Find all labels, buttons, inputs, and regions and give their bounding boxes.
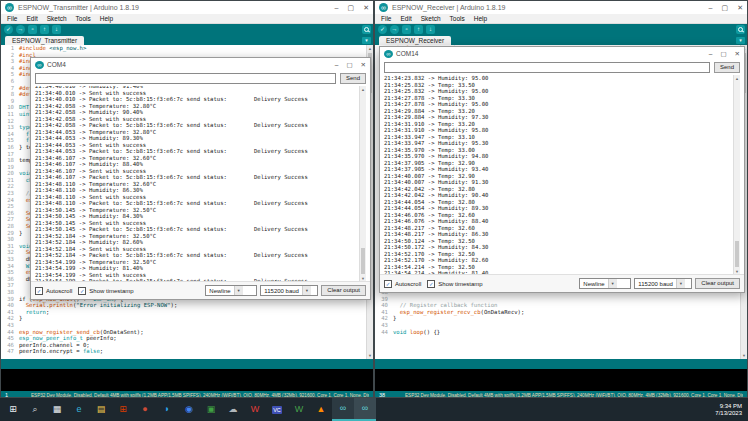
tab-menu-button[interactable]: ▾ bbox=[362, 37, 371, 44]
send-button[interactable]: Send bbox=[714, 62, 740, 73]
menu-item[interactable]: Help bbox=[100, 15, 113, 22]
autoscroll-checkbox[interactable]: ✓ bbox=[35, 287, 43, 295]
edge-icon[interactable]: e bbox=[68, 398, 90, 421]
chrome-icon[interactable]: ◉ bbox=[178, 398, 200, 421]
maximize-icon[interactable]: ▢ bbox=[720, 47, 726, 60]
line-number: 20 bbox=[1, 170, 14, 177]
close-icon[interactable]: ✕ bbox=[737, 1, 743, 14]
menu-item[interactable]: Tools bbox=[76, 15, 91, 22]
monitor-titlebar[interactable]: ∞ COM14 – ▢ ✕ bbox=[380, 47, 744, 60]
search-icon[interactable]: ⌕ bbox=[24, 398, 46, 421]
task-view-icon[interactable]: ▦ bbox=[46, 398, 68, 421]
file-explorer-icon[interactable]: ▤ bbox=[90, 398, 112, 421]
open-button[interactable]: ↑ bbox=[40, 25, 49, 34]
serial-input[interactable] bbox=[35, 73, 336, 84]
start-button[interactable]: ⊞ bbox=[2, 398, 24, 421]
app-w-red-icon[interactable]: W bbox=[244, 398, 266, 421]
timestamp-checkbox[interactable]: ✓ bbox=[78, 287, 86, 295]
line-ending-select[interactable]: Newline▾ bbox=[205, 285, 257, 296]
menu-item[interactable]: File bbox=[381, 15, 391, 22]
scroll-up-icon[interactable]: ▲ bbox=[360, 86, 366, 93]
tab-espnow-receiver[interactable]: ESPNOW_Receiver bbox=[379, 36, 451, 45]
verify-button[interactable]: ✓ bbox=[378, 25, 387, 34]
new-sketch-button[interactable]: ▫ bbox=[402, 25, 411, 34]
tab-espnow-transmitter[interactable]: ESPNOW_Transmitter bbox=[5, 36, 84, 45]
baud-rate-select[interactable]: 115200 baud▾ bbox=[634, 278, 692, 289]
menu-item[interactable]: Help bbox=[474, 15, 487, 22]
autoscroll-label: Autoscroll bbox=[46, 288, 72, 294]
arduino-receiver-icon[interactable]: ∞ bbox=[354, 398, 376, 421]
app-red-circle-icon[interactable]: ● bbox=[134, 398, 156, 421]
monitor-titlebar[interactable]: ∞ COM4 – ▢ ✕ bbox=[31, 58, 370, 71]
monitor-scrollbar[interactable]: ▲ ▼ bbox=[733, 75, 740, 275]
save-button[interactable]: ↓ bbox=[426, 25, 435, 34]
serial-output[interactable]: 21:34:40.010 -> Humidity: 91.40%21:34:40… bbox=[35, 86, 366, 282]
receiver-titlebar[interactable]: ∞ ESPNOW_Receiver | Arduino 1.8.19 – ▢ ✕ bbox=[375, 1, 747, 14]
send-button[interactable]: Send bbox=[340, 73, 366, 84]
cloud-app-icon[interactable]: ☁ bbox=[222, 398, 244, 421]
vscode-icon[interactable]: ◗ bbox=[156, 398, 178, 421]
upload-button[interactable]: → bbox=[390, 25, 399, 34]
line-number: 11 bbox=[1, 111, 14, 118]
upload-button[interactable]: → bbox=[16, 25, 25, 34]
arduino-transmitter-icon[interactable]: ∞ bbox=[332, 398, 354, 421]
scroll-up-icon[interactable]: ▲ bbox=[367, 45, 373, 52]
scroll-down-icon[interactable]: ▼ bbox=[367, 352, 373, 359]
line-number: 38 bbox=[1, 289, 14, 296]
close-icon[interactable]: ✕ bbox=[735, 47, 740, 60]
menu-item[interactable]: Edit bbox=[26, 15, 37, 22]
output-console bbox=[1, 369, 373, 391]
verify-button[interactable]: ✓ bbox=[4, 25, 13, 34]
maximize-icon[interactable]: ▢ bbox=[722, 1, 729, 14]
minimize-icon[interactable]: – bbox=[709, 47, 713, 60]
serial-monitor-com14: ∞ COM14 – ▢ ✕ Send 21:34:23.832 -> Humid… bbox=[379, 46, 745, 293]
code-line: 1#include <esp_now.h> bbox=[1, 45, 366, 52]
microsoft-apps-icon[interactable]: ⊞ bbox=[112, 398, 134, 421]
serial-monitor-button[interactable] bbox=[362, 25, 371, 34]
new-sketch-button[interactable]: ▫ bbox=[28, 25, 37, 34]
serial-monitor-button[interactable] bbox=[736, 25, 745, 34]
monitor-scrollbar[interactable]: ▲ ▼ bbox=[359, 86, 366, 282]
vc-app-icon[interactable]: VC bbox=[266, 398, 288, 421]
autoscroll-checkbox[interactable]: ✓ bbox=[384, 280, 392, 288]
timestamp-checkbox[interactable]: ✓ bbox=[427, 280, 435, 288]
line-ending-select[interactable]: Newline▾ bbox=[579, 278, 631, 289]
tab-menu-button[interactable]: ▾ bbox=[736, 37, 745, 44]
app-green-icon[interactable]: ▣ bbox=[200, 398, 222, 421]
maximize-icon[interactable]: ▢ bbox=[348, 1, 355, 14]
vlc-icon[interactable]: ▲ bbox=[310, 398, 332, 421]
line-number: 24 bbox=[1, 197, 14, 204]
menu-item[interactable]: Sketch bbox=[47, 15, 67, 22]
save-button[interactable]: ↓ bbox=[52, 25, 61, 34]
menu-item[interactable]: Tools bbox=[450, 15, 465, 22]
menu-item[interactable]: Sketch bbox=[421, 15, 441, 22]
minimize-icon[interactable]: – bbox=[335, 58, 339, 71]
scrollbar-thumb[interactable] bbox=[735, 241, 739, 267]
scroll-up-icon[interactable]: ▲ bbox=[734, 75, 740, 82]
menu-item[interactable]: Edit bbox=[400, 15, 411, 22]
tab-strip: ESPNOW_Transmitter ▾ bbox=[1, 35, 373, 45]
minimize-icon[interactable]: – bbox=[709, 1, 713, 14]
taskbar-clock[interactable]: 9:34 PM 7/13/2023 bbox=[715, 403, 748, 417]
scrollbar-thumb[interactable] bbox=[361, 248, 365, 274]
line-number: 44 bbox=[375, 329, 388, 336]
status-message-bar bbox=[1, 359, 373, 369]
line-number: 9 bbox=[1, 98, 14, 105]
line-number: 41 bbox=[375, 309, 388, 316]
close-icon[interactable]: ✕ bbox=[361, 58, 366, 71]
serial-output[interactable]: 21:34:23.832 -> Humidity: 95.0021:34:25.… bbox=[384, 75, 740, 275]
line-number: 13 bbox=[1, 124, 14, 131]
scroll-down-icon[interactable]: ▼ bbox=[741, 352, 747, 359]
close-icon[interactable]: ✕ bbox=[363, 1, 369, 14]
minimize-icon[interactable]: – bbox=[335, 1, 339, 14]
maximize-icon[interactable]: ▢ bbox=[346, 58, 352, 71]
chrome-icon: ◉ bbox=[185, 404, 193, 415]
transmitter-titlebar[interactable]: ∞ ESPNOW_Transmitter | Arduino 1.8.19 – … bbox=[1, 1, 373, 14]
serial-input[interactable] bbox=[384, 62, 710, 73]
open-button[interactable]: ↑ bbox=[414, 25, 423, 34]
baud-rate-select[interactable]: 115200 baud▾ bbox=[260, 285, 318, 296]
menu-item[interactable]: File bbox=[7, 15, 17, 22]
app-w-green-icon[interactable]: W bbox=[288, 398, 310, 421]
clear-output-button[interactable]: Clear output bbox=[695, 278, 740, 289]
clear-output-button[interactable]: Clear output bbox=[321, 285, 366, 296]
